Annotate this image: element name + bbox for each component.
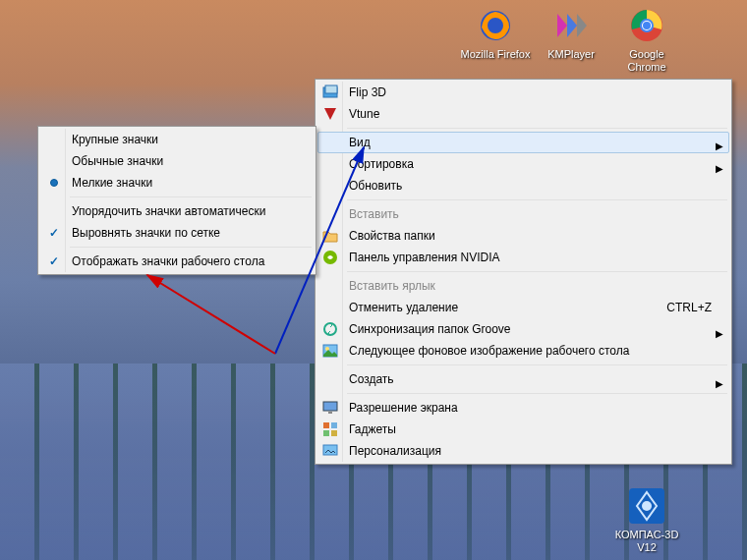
desktop-icon-label: Google Chrome	[611, 48, 682, 74]
menu-separator	[347, 271, 727, 272]
menu-item-gadgets[interactable]: Гаджеты	[317, 419, 729, 440]
svg-rect-17	[331, 422, 337, 428]
svg-rect-9	[325, 85, 337, 93]
menu-item-label: Сортировка	[349, 157, 414, 171]
menu-item-label: Вставить ярлык	[349, 279, 435, 293]
menu-item-label: Свойства папки	[349, 229, 435, 243]
chrome-icon	[627, 6, 666, 45]
menu-item-undo-delete[interactable]: Отменить удаление CTRL+Z	[317, 297, 729, 318]
groove-icon	[322, 321, 338, 337]
svg-rect-20	[323, 445, 337, 455]
svg-rect-16	[323, 422, 329, 428]
menu-item-label: Следующее фоновое изображение рабочего с…	[349, 344, 629, 358]
submenu-item-small-icons[interactable]: Мелкие значки	[40, 172, 314, 194]
menu-separator	[70, 196, 312, 197]
desktop-icon-label: Mozilla Firefox	[460, 48, 531, 61]
submenu-item-large-icons[interactable]: Крупные значки	[40, 129, 314, 150]
check-icon: ✓	[46, 253, 62, 269]
kompas-icon	[627, 486, 666, 526]
check-icon: ✓	[46, 225, 62, 241]
desktop-icon-kmplayer[interactable]: KMPlayer	[536, 6, 606, 61]
menu-item-label: Вид	[349, 136, 371, 149]
svg-point-1	[488, 18, 503, 33]
svg-rect-19	[331, 430, 337, 436]
nvidia-icon	[322, 250, 338, 265]
menu-item-groove-sync[interactable]: Синхронизация папок Groove ▶	[317, 318, 729, 340]
menu-item-label: Мелкие значки	[72, 176, 152, 190]
menu-item-label: Обновить	[349, 179, 402, 193]
desktop-icon-firefox[interactable]: Mozilla Firefox	[460, 6, 531, 61]
desktop-icon-label: КОМПАС-3D V12	[611, 529, 682, 554]
personalize-icon	[322, 443, 338, 459]
menu-separator	[347, 364, 727, 365]
svg-point-7	[642, 501, 652, 511]
menu-item-next-background[interactable]: Следующее фоновое изображение рабочего с…	[317, 340, 729, 362]
menu-item-screen-resolution[interactable]: Разрешение экрана	[317, 397, 729, 419]
menu-item-vtune[interactable]: Vtune	[317, 103, 729, 125]
vtune-icon	[322, 106, 338, 122]
menu-item-label: Упорядочить значки автоматически	[72, 204, 265, 218]
menu-item-label: Персонализация	[349, 444, 441, 458]
menu-item-label: Синхронизация папок Groove	[349, 322, 511, 336]
menu-item-label: Vtune	[349, 107, 379, 121]
menu-item-label: Выровнять значки по сетке	[72, 226, 220, 240]
menu-item-nvidia[interactable]: Панель управления NVIDIA	[317, 247, 729, 268]
menu-item-paste: Вставить	[317, 203, 729, 225]
menu-item-label: Гаджеты	[349, 422, 396, 436]
menu-separator	[347, 393, 727, 394]
folder-icon	[322, 228, 338, 244]
menu-item-label: Отменить удаление	[349, 301, 458, 314]
wallpaper-icon	[322, 343, 338, 359]
desktop-icon-label: KMPlayer	[536, 48, 606, 61]
menu-item-personalization[interactable]: Персонализация	[317, 440, 729, 462]
menu-item-create[interactable]: Создать ▶	[317, 368, 729, 390]
context-menu: Flip 3D Vtune Вид ▶ Сортировка ▶ Обновит…	[315, 79, 732, 465]
radio-icon	[50, 179, 58, 187]
menu-item-label: Обычные значки	[72, 154, 163, 168]
svg-point-5	[643, 22, 651, 29]
submenu-item-medium-icons[interactable]: Обычные значки	[40, 150, 314, 172]
menu-separator	[70, 247, 312, 248]
desktop-icon-kompas[interactable]: КОМПАС-3D V12	[611, 486, 682, 554]
desktop[interactable]: Mozilla Firefox KMPlayer Google Chrome К…	[0, 0, 747, 560]
menu-item-label: Отображать значки рабочего стола	[72, 254, 264, 268]
menu-item-sort[interactable]: Сортировка ▶	[317, 153, 729, 175]
menu-separator	[347, 128, 727, 129]
menu-item-paste-shortcut: Вставить ярлык	[317, 275, 729, 297]
submenu-item-align-to-grid[interactable]: ✓ Выровнять значки по сетке	[40, 222, 314, 244]
submenu-item-show-desktop-icons[interactable]: ✓ Отображать значки рабочего стола	[40, 251, 314, 272]
svg-line-22	[147, 275, 275, 354]
monitor-icon	[322, 400, 338, 416]
menu-item-label: Flip 3D	[349, 85, 386, 99]
menu-item-label: Создать	[349, 372, 394, 386]
svg-rect-14	[323, 402, 337, 411]
menu-item-view[interactable]: Вид ▶	[317, 132, 729, 153]
gadgets-icon	[322, 421, 338, 437]
menu-item-folder-properties[interactable]: Свойства папки	[317, 225, 729, 247]
flip3d-icon	[322, 84, 338, 100]
kmplayer-icon	[551, 6, 591, 45]
submenu-arrow-icon: ▶	[716, 373, 723, 395]
menu-item-label: Вставить	[349, 207, 399, 221]
menu-item-flip3d[interactable]: Flip 3D	[317, 82, 729, 103]
svg-rect-15	[328, 412, 332, 414]
desktop-icon-chrome[interactable]: Google Chrome	[611, 6, 682, 74]
svg-point-11	[324, 323, 336, 335]
firefox-icon	[476, 6, 515, 45]
menu-item-label: Разрешение экрана	[349, 401, 458, 415]
menu-item-hotkey: CTRL+Z	[666, 297, 712, 318]
menu-item-label: Панель управления NVIDIA	[349, 251, 500, 264]
view-submenu: Крупные значки Обычные значки Мелкие зна…	[37, 126, 316, 275]
submenu-item-auto-arrange[interactable]: Упорядочить значки автоматически	[40, 200, 314, 222]
menu-separator	[347, 199, 727, 200]
menu-item-label: Крупные значки	[72, 133, 158, 146]
menu-item-refresh[interactable]: Обновить	[317, 175, 729, 196]
svg-rect-18	[323, 430, 329, 436]
